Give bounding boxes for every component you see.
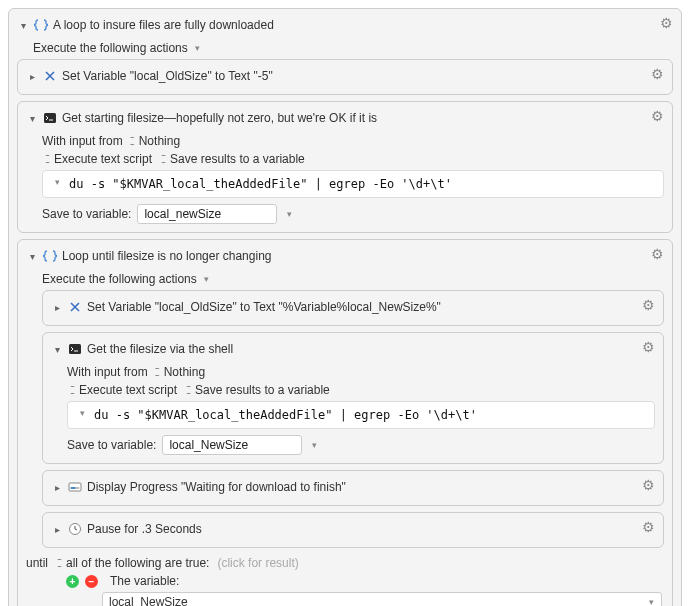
- group-loop-until-no-change: ▾ Loop until filesize is no longer chang…: [17, 239, 673, 606]
- gear-icon[interactable]: ⚙: [651, 246, 664, 262]
- with-input-label: With input from: [42, 134, 123, 148]
- save-mode-popup[interactable]: Save results to a variable: [183, 383, 332, 397]
- input-source-popup[interactable]: Nothing: [152, 365, 207, 379]
- gear-icon[interactable]: ⚙: [651, 108, 664, 124]
- script-text-area[interactable]: ▾ du -s "$KMVAR_local_theAddedFile" | eg…: [42, 170, 664, 198]
- chevron-down-icon: ▾: [645, 597, 657, 606]
- disclosure-down-icon[interactable]: ▾: [51, 344, 63, 355]
- braces-icon: [33, 17, 49, 33]
- terminal-icon: [42, 110, 58, 126]
- gear-icon[interactable]: ⚙: [642, 477, 655, 493]
- action-title: Set Variable "local_OldSize" to Text "%V…: [87, 300, 461, 314]
- group-title: A loop to insure files are fully downloa…: [53, 18, 294, 32]
- exec-mode-popup[interactable]: Execute text script: [42, 152, 154, 166]
- action-shell-starting-filesize: ▾ Get starting filesize—hopefully not ze…: [17, 101, 673, 233]
- add-condition-button[interactable]: +: [66, 575, 79, 588]
- execute-label: Execute the following actions: [33, 41, 188, 55]
- disclosure-down-icon[interactable]: ▾: [26, 251, 38, 262]
- gear-icon[interactable]: ⚙: [642, 297, 655, 313]
- save-to-label: Save to variable:: [67, 438, 156, 452]
- action-set-variable-oldsize-from-new: ▸ Set Variable "local_OldSize" to Text "…: [42, 290, 664, 326]
- chevron-down-icon[interactable]: ▾: [283, 209, 295, 219]
- action-title: Get starting filesize—hopefully not zero…: [62, 111, 397, 125]
- script-code: du -s "$KMVAR_local_theAddedFile" | egre…: [94, 408, 477, 422]
- action-title: Display Progress "Waiting for download t…: [87, 480, 366, 494]
- svg-rect-1: [69, 344, 81, 354]
- action-title: Pause for .3 Seconds: [87, 522, 222, 536]
- remove-condition-button[interactable]: −: [85, 575, 98, 588]
- disclosure-right-icon[interactable]: ▸: [51, 524, 63, 535]
- condition-variable-field[interactable]: local_NewSize ▾: [102, 592, 662, 606]
- script-code: du -s "$KMVAR_local_theAddedFile" | egre…: [69, 177, 452, 191]
- action-title: Set Variable "local_OldSize" to Text "-5…: [62, 69, 293, 83]
- terminal-icon: [67, 341, 83, 357]
- disclosure-right-icon[interactable]: ▸: [26, 71, 38, 82]
- action-shell-get-filesize: ▾ Get the filesize via the shell ⚙ With …: [42, 332, 664, 464]
- save-to-variable-field[interactable]: [162, 435, 302, 455]
- action-title: Get the filesize via the shell: [87, 342, 253, 356]
- script-text-area[interactable]: ▾ du -s "$KMVAR_local_theAddedFile" | eg…: [67, 401, 655, 429]
- variable-x-icon: [67, 299, 83, 315]
- action-display-progress: ▸ Display Progress "Waiting for download…: [42, 470, 664, 506]
- disclosure-down-icon[interactable]: ▾: [26, 113, 38, 124]
- group-title: Loop until filesize is no longer changin…: [62, 249, 291, 263]
- condition-variable-label: The variable:: [110, 574, 179, 588]
- save-mode-popup[interactable]: Save results to a variable: [158, 152, 307, 166]
- chevron-down-icon[interactable]: ▾: [308, 440, 320, 450]
- gear-icon[interactable]: ⚙: [642, 519, 655, 535]
- gear-icon[interactable]: ⚙: [651, 66, 664, 82]
- click-for-result-hint[interactable]: (click for result): [217, 556, 298, 570]
- svg-rect-4: [71, 487, 76, 489]
- until-label: until: [26, 556, 48, 570]
- progress-window-icon: [67, 479, 83, 495]
- svg-rect-0: [44, 113, 56, 123]
- disclosure-right-icon[interactable]: ▸: [51, 302, 63, 313]
- braces-icon: [42, 248, 58, 264]
- gear-icon[interactable]: ⚙: [642, 339, 655, 355]
- input-source-popup[interactable]: Nothing: [127, 134, 182, 148]
- chevron-down-icon[interactable]: ▾: [76, 408, 88, 422]
- gear-icon[interactable]: ⚙: [660, 15, 673, 31]
- with-input-label: With input from: [67, 365, 148, 379]
- disclosure-right-icon[interactable]: ▸: [51, 482, 63, 493]
- save-to-label: Save to variable:: [42, 207, 131, 221]
- until-mode-popup[interactable]: all of the following are true:: [54, 556, 211, 570]
- group-loop-ensure-downloaded: ▾ A loop to insure files are fully downl…: [8, 8, 682, 606]
- variable-x-icon: [42, 68, 58, 84]
- chevron-down-icon[interactable]: ▾: [51, 177, 63, 191]
- execute-label: Execute the following actions: [42, 272, 197, 286]
- action-set-variable-oldsize: ▸ Set Variable "local_OldSize" to Text "…: [17, 59, 673, 95]
- action-pause: ▸ Pause for .3 Seconds ⚙: [42, 512, 664, 548]
- chevron-down-icon[interactable]: ▾: [192, 43, 204, 53]
- clock-icon: [67, 521, 83, 537]
- exec-mode-popup[interactable]: Execute text script: [67, 383, 179, 397]
- chevron-down-icon[interactable]: ▾: [201, 274, 213, 284]
- disclosure-down-icon[interactable]: ▾: [17, 20, 29, 31]
- save-to-variable-field[interactable]: [137, 204, 277, 224]
